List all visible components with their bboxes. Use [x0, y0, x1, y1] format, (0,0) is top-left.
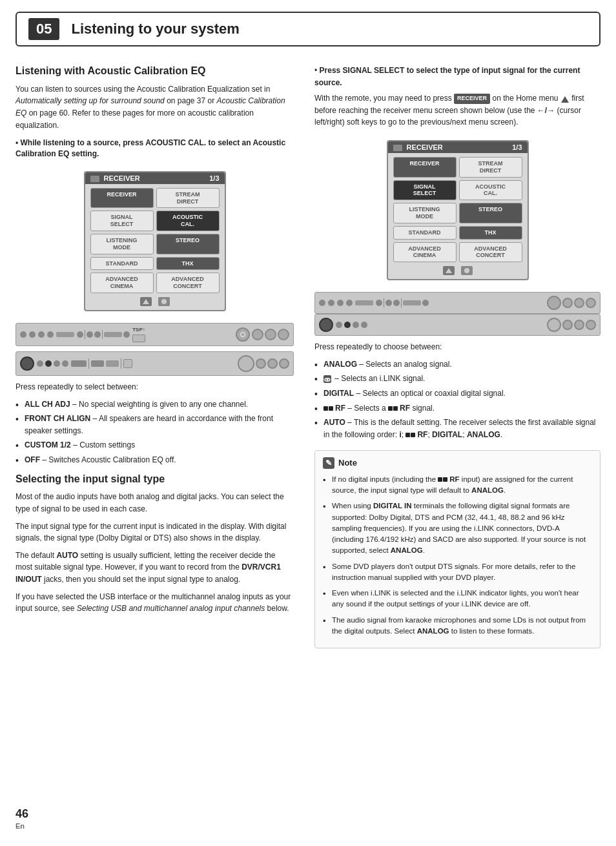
- recv-btn-acoustic2: ACOUSTICCAL.: [459, 180, 522, 201]
- receiver-header-1: RECEIVER 1/3: [85, 172, 225, 184]
- left-column: Listening with Acoustic Calibration EQ Y…: [15, 65, 308, 648]
- bullet-off: OFF – Switches Acoustic Calibration EQ o…: [15, 454, 294, 466]
- recv-btn-standard1: STANDARD: [90, 257, 154, 271]
- hw-rdot11: [353, 322, 359, 328]
- recv-btn-standard2: STANDARD: [393, 226, 457, 240]
- recv-btn-advcon1: ADVANCEDCONCERT: [156, 273, 220, 293]
- section1-title: Listening with Acoustic Calibration EQ: [15, 65, 294, 78]
- receiver-grid-2: RECEIVER STREAMDIRECT SIGNALSELECT ACOUS…: [393, 157, 522, 262]
- hw-rdot4: [346, 300, 353, 306]
- receiver-button-icon: RECEIVER: [454, 94, 490, 104]
- note-item-3: Some DVD players don't output DTS signal…: [323, 561, 592, 584]
- section2-body2: The input signal type for the current in…: [15, 521, 294, 544]
- recv-btn-stream1: STREAMDIRECT: [156, 188, 220, 209]
- recv-btn-signal1: SIGNALSELECT: [90, 211, 154, 231]
- recv-btn-listening2: LISTENINGMODE: [393, 203, 457, 223]
- press-signal-bold: • Press SIGNAL SELECT to select the type…: [314, 65, 601, 88]
- hw-dot6: [87, 331, 93, 338]
- hw-rdot8: [422, 300, 429, 306]
- hw-dot10: [45, 360, 52, 367]
- recv-btn-receiver2: RECEIVER: [393, 157, 457, 178]
- hw-dot12: [62, 360, 68, 367]
- recv-btn-thx1: THX: [156, 257, 220, 271]
- hw-rdot12: [361, 322, 367, 328]
- recv-btn-stereo2: STEREO: [459, 203, 522, 223]
- hw-dot7: [94, 331, 101, 338]
- recv-btn-signal2: SIGNALSELECT: [393, 180, 457, 201]
- hw-dot8: [123, 331, 130, 338]
- note-item-1: If no digital inputs (including the RF i…: [323, 474, 592, 497]
- recv-btn-advcin2: ADVANCEDCINEMA: [393, 242, 457, 263]
- section2-body1: Most of the audio inputs have both analo…: [15, 491, 294, 515]
- bullet-custom12: CUSTOM 1/2 – Custom settings: [15, 439, 294, 451]
- hw-rknob-left: [319, 318, 333, 332]
- hw-rdot2: [328, 300, 334, 306]
- hw-rslider1: [355, 300, 373, 305]
- hw-knob-main: [236, 327, 250, 342]
- section2-body3: The default AUTO setting is usually suff…: [15, 550, 294, 586]
- hw-rdot1: [319, 300, 325, 306]
- svg-point-1: [161, 299, 167, 304]
- chapter-title: Listening to your system: [71, 21, 239, 37]
- press-choose: Press repeatedly to choose between:: [314, 341, 601, 353]
- right-column: • Press SIGNAL SELECT to select the type…: [308, 65, 601, 648]
- hw-slider1: [56, 332, 74, 337]
- hw-dot4: [47, 331, 54, 338]
- hw-rdot7: [393, 300, 400, 306]
- hw-strip-2: [15, 351, 294, 376]
- svg-point-5: [464, 268, 469, 273]
- hw-dot9: [37, 360, 43, 367]
- hw-rdot9: [336, 322, 342, 328]
- hw-knob-left: [20, 356, 34, 371]
- bullet-analog: ANALOG – Selects an analog signal.: [314, 358, 601, 371]
- press-select-text: Press repeatedly to select between:: [15, 381, 294, 393]
- bullets2: ANALOG – Selects an analog signal. – Sel…: [314, 358, 601, 441]
- receiver-ui-2: RECEIVER 1/3 RECEIVER STREAMDIRECT SIGNA…: [387, 140, 529, 280]
- bullet-ilink: – Selects an i.LINK signal.: [314, 373, 601, 385]
- note-list: If no digital inputs (including the RF i…: [323, 474, 592, 637]
- recv-btn-thx2: THX: [459, 226, 522, 240]
- hw-slider2: [104, 332, 122, 337]
- svg-rect-3: [564, 100, 566, 103]
- svg-marker-0: [143, 299, 149, 304]
- receiver-header-2: RECEIVER 1/3: [388, 141, 528, 153]
- bullets1: ALL CH ADJ – No special weighting is giv…: [15, 398, 294, 466]
- hw-rslider2: [403, 300, 421, 305]
- recv-btn-stereo1: STEREO: [156, 234, 220, 254]
- recv-btn-acoustic1: ACOUSTICCAL.: [156, 211, 220, 231]
- chapter-number: 05: [28, 18, 59, 40]
- recv-btn-stream2: STREAMDIRECT: [459, 157, 522, 178]
- bullet-intro1: • While listening to a source, press ACO…: [15, 138, 294, 160]
- hw-strip-right-2: [314, 314, 601, 336]
- note-header: ✎ Note: [323, 457, 592, 469]
- recv-btn-advcon2: ADVANCEDCONCERT: [459, 242, 522, 263]
- bullet-frontchalign: FRONT CH ALIGN – All speakers are heard …: [15, 413, 294, 437]
- svg-point-6: [327, 379, 329, 381]
- recv-btn-listening1: LISTENINGMODE: [90, 234, 154, 254]
- svg-marker-4: [446, 268, 452, 273]
- receiver-grid-1: RECEIVER STREAMDIRECT SIGNALSELECT ACOUS…: [90, 188, 220, 293]
- recv-btn-receiver1: RECEIVER: [90, 188, 154, 209]
- section2-title: Selecting the input signal type: [15, 473, 294, 486]
- section1-body1: You can listen to sources using the Acou…: [15, 83, 294, 131]
- hw-strip-right-1: [314, 292, 601, 314]
- hw-rdot6: [385, 300, 392, 306]
- hw-rdot5: [376, 300, 382, 306]
- bullet-auto: AUTO – This is the default setting. The …: [314, 417, 601, 440]
- note-item-5: The audio signal from karaoke microphone…: [323, 615, 592, 637]
- hw-rdot10: [344, 322, 351, 328]
- language-label: En: [15, 822, 25, 830]
- note-icon: ✎: [323, 457, 334, 469]
- section2-body4: If you have selected the USB interface o…: [15, 591, 294, 615]
- bullet-allchadj: ALL CH ADJ – No special weighting is giv…: [15, 398, 294, 411]
- hw-rdot3: [337, 300, 344, 306]
- hw-strip-1: TSP↑: [15, 323, 294, 346]
- note-item-4: Even when i.LINK is selected and the i.L…: [323, 588, 592, 610]
- note-title: Note: [338, 458, 357, 468]
- hw-dot5: [77, 331, 83, 338]
- recv-btn-advcin1: ADVANCEDCINEMA: [90, 273, 154, 293]
- bullet-rf: RF – Selects a RF signal.: [314, 402, 601, 415]
- page-header: 05 Listening to your system: [15, 12, 601, 46]
- hw-dot11: [54, 360, 60, 367]
- hw-dot2: [29, 331, 36, 338]
